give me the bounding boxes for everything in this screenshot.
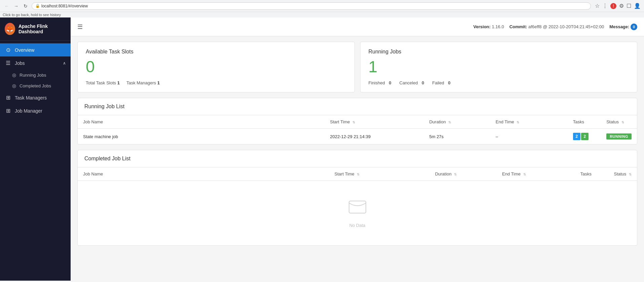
job-name-cell: State machine job	[78, 129, 325, 145]
col-header-job-name: Job Name	[78, 115, 325, 129]
comp-col-header-duration[interactable]: Duration ⇅	[430, 167, 497, 181]
sidebar: 🦊 Apache Flink Dashboard ⊙ Overview ☰ Jo…	[0, 17, 71, 281]
no-data-text: No Data	[349, 223, 366, 228]
start-time-cell: 2022-12-29 21:14:39	[325, 129, 424, 145]
running-jobs-card: Running Jobs 1 Finished 0 Canceled 0 Fai…	[360, 42, 638, 92]
message-info: Message: 0	[609, 24, 637, 30]
back-button[interactable]: ←	[3, 3, 10, 9]
col-header-end-time[interactable]: End Time ⇅	[490, 115, 568, 129]
version-info: Version: 1.16.0	[473, 24, 504, 29]
tasks-running-badge: 2	[573, 133, 580, 140]
extensions-icon[interactable]: ⋮	[602, 3, 608, 9]
sidebar-item-overview[interactable]: ⊙ Overview	[0, 43, 71, 56]
task-slots-card: Available Task Slots 0 Total Task Slots …	[77, 42, 355, 92]
finished-stat: Finished 0	[369, 80, 391, 85]
comp-col-header-tasks: Tasks	[575, 167, 609, 181]
commit-value: af6eff8 @ 2022-10-20T04:21:45+02:00	[528, 24, 604, 29]
comp-sort-end-time-icon: ⇅	[523, 172, 526, 176]
sidebar-item-running-jobs[interactable]: ◎ Running Jobs	[0, 70, 71, 80]
end-time-cell: –	[490, 129, 568, 145]
app-logo: 🦊	[5, 23, 15, 35]
url-bar[interactable]: 🔒 localhost:8081/#/overview	[32, 2, 591, 10]
window-icon[interactable]: ☐	[627, 3, 631, 9]
running-job-list-section: Running Job List Job Name Start Time ⇅ D…	[77, 98, 637, 145]
forward-button[interactable]: →	[13, 3, 20, 9]
running-job-table-header-row: Job Name Start Time ⇅ Duration ⇅ End Tim…	[78, 115, 637, 129]
sort-status-icon: ⇅	[621, 120, 624, 124]
sidebar-item-jobs[interactable]: ☰ Jobs ∧	[0, 56, 71, 70]
no-data-icon	[347, 198, 368, 219]
main-content: ☰ Version: 1.16.0 Commit: af6eff8 @ 2022…	[71, 17, 644, 281]
status-cell: RUNNING	[601, 129, 637, 145]
top-bar-left: ☰	[77, 23, 83, 31]
completed-job-table-header-row: Job Name Start Time ⇅ Duration ⇅ End Tim…	[78, 167, 637, 181]
running-jobs-icon: ◎	[12, 72, 16, 78]
sidebar-label-running-jobs: Running Jobs	[20, 73, 46, 78]
sidebar-label-jobs: Jobs	[15, 61, 25, 66]
col-header-tasks: Tasks	[568, 115, 601, 129]
tooltip-bar: Click to go back, hold to see history	[0, 12, 644, 17]
top-bar-right: Version: 1.16.0 Commit: af6eff8 @ 2022-1…	[473, 24, 637, 30]
sort-duration-icon: ⇅	[448, 120, 451, 124]
no-data-container: No Data	[83, 185, 632, 241]
tasks-cell: 2 2	[568, 129, 601, 145]
puzzle-icon[interactable]: ⚙	[619, 3, 624, 9]
completed-job-list-header: Completed Job List	[78, 150, 637, 167]
running-jobs-title: Running Jobs	[369, 49, 629, 55]
task-managers-icon: ⊞	[5, 94, 11, 101]
version-value: 1.16.0	[492, 24, 504, 29]
duration-cell: 5m 27s	[424, 129, 490, 145]
reload-button[interactable]: ↻	[22, 3, 29, 9]
sidebar-label-job-manager: Job Manager	[15, 108, 42, 114]
profile-icon[interactable]: 👤	[634, 3, 641, 9]
sidebar-header: 🦊 Apache Flink Dashboard	[0, 17, 71, 41]
no-data-row: No Data	[78, 181, 637, 246]
completed-job-table: Job Name Start Time ⇅ Duration ⇅ End Tim…	[78, 167, 637, 245]
completed-jobs-icon: ◎	[12, 83, 16, 88]
tasks-done-badge: 2	[581, 133, 589, 140]
comp-col-header-status[interactable]: Status ⇅	[608, 167, 637, 181]
completed-job-list-section: Completed Job List Job Name Start Time ⇅…	[77, 150, 637, 246]
sidebar-item-task-managers[interactable]: ⊞ Task Managers	[0, 91, 71, 104]
sidebar-item-job-manager[interactable]: ⊞ Job Manager	[0, 104, 71, 117]
col-header-status[interactable]: Status ⇅	[601, 115, 637, 129]
commit-label: Commit:	[509, 24, 527, 29]
sort-start-time-icon: ⇅	[352, 120, 355, 124]
commit-info: Commit: af6eff8 @ 2022-10-20T04:21:45+02…	[509, 24, 604, 29]
running-jobs-stats: Finished 0 Canceled 0 Failed 0	[369, 80, 629, 85]
total-task-slots-stat: Total Task Slots 1	[86, 80, 120, 85]
comp-col-header-end-time[interactable]: End Time ⇅	[497, 167, 575, 181]
running-jobs-value: 1	[369, 59, 629, 75]
app-container: 🦊 Apache Flink Dashboard ⊙ Overview ☰ Jo…	[0, 17, 644, 281]
sidebar-title: Apache Flink Dashboard	[18, 24, 66, 34]
status-badge: RUNNING	[606, 133, 632, 139]
comp-sort-start-time-icon: ⇅	[357, 172, 359, 176]
lock-icon: 🔒	[35, 4, 40, 8]
task-slots-title: Available Task Slots	[86, 49, 346, 55]
jobs-icon: ☰	[5, 60, 11, 66]
sidebar-item-completed-jobs[interactable]: ◎ Completed Jobs	[0, 80, 71, 91]
comp-col-header-start-time[interactable]: Start Time ⇅	[329, 167, 430, 181]
table-row[interactable]: State machine job 2022-12-29 21:14:39 5m…	[78, 129, 637, 145]
task-slots-value: 0	[86, 59, 346, 75]
hamburger-icon[interactable]: ☰	[77, 23, 83, 31]
version-label: Version:	[473, 24, 491, 29]
sidebar-label-completed-jobs: Completed Jobs	[20, 83, 51, 88]
running-job-list-header: Running Job List	[78, 98, 637, 115]
bookmark-icon[interactable]: ☆	[595, 3, 600, 9]
browser-chrome: ← → ↻ 🔒 localhost:8081/#/overview ☆ ⋮ ! …	[0, 0, 644, 12]
comp-sort-duration-icon: ⇅	[454, 172, 457, 176]
overview-icon: ⊙	[5, 47, 11, 53]
job-manager-icon: ⊞	[5, 108, 11, 114]
running-job-table: Job Name Start Time ⇅ Duration ⇅ End Tim…	[78, 115, 637, 144]
canceled-stat: Canceled 0	[400, 80, 424, 85]
failed-stat: Failed 0	[432, 80, 450, 85]
jobs-chevron-icon: ∧	[63, 61, 66, 66]
cards-row: Available Task Slots 0 Total Task Slots …	[71, 36, 644, 98]
sidebar-nav: ⊙ Overview ☰ Jobs ∧ ◎ Running Jobs ◎ Com…	[0, 41, 71, 281]
task-managers-stat: Task Managers 1	[126, 80, 160, 85]
col-header-start-time[interactable]: Start Time ⇅	[325, 115, 424, 129]
col-header-duration[interactable]: Duration ⇅	[424, 115, 490, 129]
message-label: Message:	[609, 24, 629, 29]
sidebar-jobs-children: ◎ Running Jobs ◎ Completed Jobs	[0, 70, 71, 91]
